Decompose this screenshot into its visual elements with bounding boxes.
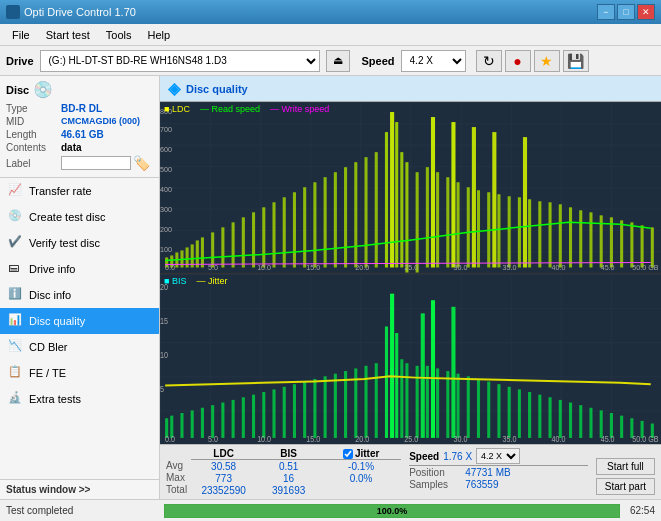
chart-title: Disc quality (186, 83, 248, 95)
nav-transfer-rate-label: Transfer rate (29, 185, 92, 197)
jitter-legend: — Jitter (196, 276, 227, 286)
create-test-disc-icon: 💿 (8, 209, 24, 225)
app-title: Opti Drive Control 1.70 (24, 6, 136, 18)
svg-rect-54 (589, 212, 592, 267)
eject-button[interactable]: ⏏ (326, 50, 350, 72)
svg-rect-95 (293, 384, 296, 438)
nav-extra-tests[interactable]: 🔬 Extra tests (0, 386, 159, 412)
svg-rect-92 (262, 392, 265, 438)
speed-info-select[interactable]: 4.2 X (476, 448, 520, 464)
svg-rect-43 (492, 132, 496, 267)
svg-rect-86 (201, 407, 204, 437)
svg-text:5: 5 (160, 384, 164, 394)
drive-bar: Drive (G:) HL-DT-ST BD-RE WH16NS48 1.D3 … (0, 46, 661, 76)
svg-rect-100 (344, 371, 347, 438)
nav-disc-info[interactable]: ℹ️ Disc info (0, 282, 159, 308)
bis-header: BIS (256, 448, 321, 460)
nav-cd-bler[interactable]: 📉 CD Bler (0, 334, 159, 360)
svg-text:5.0: 5.0 (208, 434, 218, 444)
contents-key: Contents (6, 142, 61, 153)
length-val: 46.61 GB (61, 129, 104, 140)
svg-rect-16 (272, 202, 275, 267)
svg-rect-121 (508, 386, 511, 437)
nav-transfer-rate[interactable]: 📈 Transfer rate (0, 178, 159, 204)
nav-extra-tests-label: Extra tests (29, 393, 81, 405)
svg-rect-11 (221, 227, 224, 267)
svg-rect-109 (416, 365, 419, 437)
menu-help[interactable]: Help (139, 27, 178, 43)
svg-text:40.0: 40.0 (552, 434, 566, 444)
svg-rect-129 (589, 407, 592, 437)
svg-rect-40 (472, 127, 476, 267)
nav-disc-quality[interactable]: 📊 Disc quality (0, 308, 159, 334)
svg-rect-34 (431, 117, 435, 267)
svg-text:400: 400 (160, 186, 172, 194)
info-button[interactable]: ★ (534, 50, 560, 72)
label-input[interactable] (61, 156, 131, 170)
svg-rect-44 (497, 194, 500, 267)
cd-bler-icon: 📉 (8, 339, 24, 355)
menu-file[interactable]: File (4, 27, 38, 43)
fe-te-icon: 📋 (8, 365, 24, 381)
sidebar: Disc 💿 Type BD-R DL MID CMCMAGDI6 (000) … (0, 76, 160, 499)
jitter-header: Jitter (355, 448, 379, 459)
nav-fe-te[interactable]: 📋 FE / TE (0, 360, 159, 386)
test-completed-text: Test completed (0, 505, 160, 516)
transfer-rate-icon: 📈 (8, 183, 24, 199)
svg-rect-90 (242, 397, 245, 438)
nav-create-test-disc[interactable]: 💿 Create test disc (0, 204, 159, 230)
svg-rect-89 (232, 399, 235, 437)
svg-rect-84 (180, 413, 183, 438)
svg-text:15.0: 15.0 (306, 265, 320, 273)
refresh-button[interactable]: ↻ (476, 50, 502, 72)
minimize-button[interactable]: − (597, 4, 615, 20)
svg-rect-49 (538, 201, 541, 267)
svg-rect-98 (324, 376, 327, 438)
maximize-button[interactable]: □ (617, 4, 635, 20)
svg-rect-81 (160, 274, 661, 445)
svg-text:100: 100 (160, 246, 172, 254)
nav-verify-test-disc[interactable]: ✔️ Verify test disc (0, 230, 159, 256)
svg-rect-14 (252, 212, 255, 267)
svg-rect-59 (641, 225, 644, 267)
close-button[interactable]: ✕ (637, 4, 655, 20)
jitter-stats: Jitter -0.1% 0.0% (321, 448, 401, 485)
svg-rect-97 (313, 378, 316, 437)
svg-text:15.0: 15.0 (306, 434, 320, 444)
svg-rect-106 (395, 333, 398, 438)
jitter-checkbox[interactable] (343, 449, 353, 459)
svg-rect-36 (446, 177, 449, 267)
start-full-button[interactable]: Start full (596, 458, 655, 475)
drive-label: Drive (6, 55, 34, 67)
disc-button[interactable]: ● (505, 50, 531, 72)
svg-rect-103 (375, 363, 378, 438)
disc-info-icon: ℹ️ (8, 287, 24, 303)
verify-test-disc-icon: ✔️ (8, 235, 24, 251)
svg-rect-32 (416, 172, 419, 272)
nav-disc-info-label: Disc info (29, 289, 71, 301)
svg-text:200: 200 (160, 226, 172, 234)
nav-drive-info[interactable]: 🖴 Drive info (0, 256, 159, 282)
menu-tools[interactable]: Tools (98, 27, 140, 43)
svg-rect-122 (518, 389, 521, 438)
svg-text:45.0: 45.0 (601, 434, 615, 444)
nav-drive-info-label: Drive info (29, 263, 75, 275)
app-icon (6, 5, 20, 19)
svg-rect-46 (518, 197, 521, 267)
drive-select[interactable]: (G:) HL-DT-ST BD-RE WH16NS48 1.D3 (40, 50, 320, 72)
progress-bar-outer: 100.0% (164, 504, 620, 518)
top-chart: ■ LDC — Read speed — Write speed 18 X 14… (160, 102, 661, 274)
bottom-chart-svg: 0.0 5.0 10.0 15.0 20.0 25.0 30.0 35.0 40… (160, 274, 661, 445)
svg-text:15: 15 (160, 316, 168, 326)
svg-text:500: 500 (160, 166, 172, 174)
right-panel: ◈ Disc quality ■ LDC — Read speed — Writ… (160, 76, 661, 499)
speed-select[interactable]: 4.2 X (401, 50, 466, 72)
write-speed-legend: — Write speed (270, 104, 329, 114)
svg-rect-25 (364, 157, 367, 267)
menu-start-test[interactable]: Start test (38, 27, 98, 43)
svg-text:10: 10 (160, 350, 168, 360)
status-window-label[interactable]: Status window >> (0, 479, 159, 499)
save-button[interactable]: 💾 (563, 50, 589, 72)
start-part-button[interactable]: Start part (596, 478, 655, 495)
svg-rect-102 (364, 365, 367, 437)
